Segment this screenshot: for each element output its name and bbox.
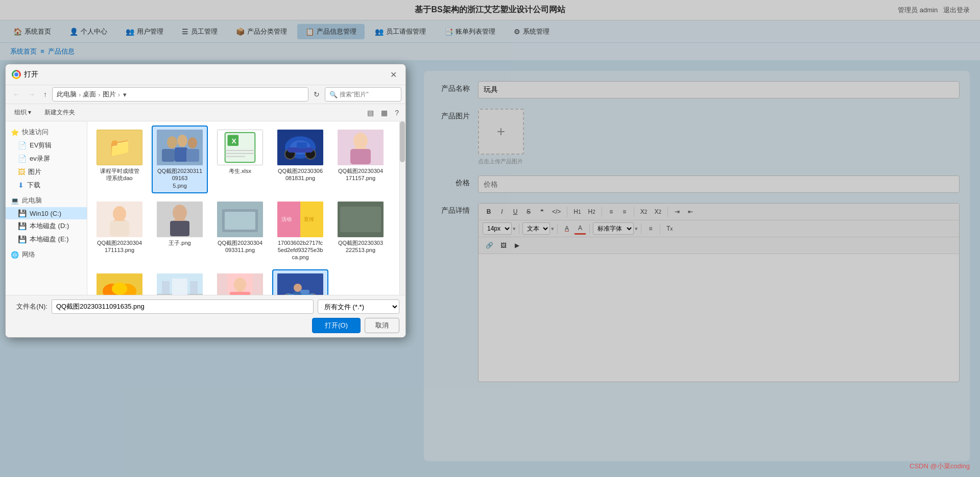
dialog-file-area: 📁 课程平时成绩管理系统dao	[87, 121, 405, 295]
file-item-qq9[interactable]: QQ截图20230318024 8.png	[152, 269, 208, 295]
sidebar-network: 🌐 网络	[6, 248, 87, 261]
address-dropdown-button[interactable]: ▾	[121, 90, 129, 99]
sidebar-item-ev-screen[interactable]: 📄 ev录屏	[6, 152, 87, 165]
svg-rect-39	[340, 207, 381, 232]
new-folder-button[interactable]: 新建文件夹	[40, 106, 80, 119]
svg-point-2	[177, 135, 187, 147]
dialog-titlebar: 打开 ✕	[6, 64, 405, 85]
filename-row: 文件名(N): 所有文件 (*.*) PNG文件 (*.png) JPG文件 (…	[12, 299, 399, 314]
file-thumb-svg-qq4	[97, 202, 142, 237]
filename-label: 文件名(N):	[12, 302, 47, 311]
file-item-qq2[interactable]: QQ截图20230306081831.png	[272, 125, 328, 193]
view-details-button[interactable]: ▦	[378, 107, 390, 118]
file-item-qq5[interactable]: QQ截图20230304093311.png	[212, 197, 268, 265]
dialog-sidebar: ⭐ 快速访问 📄 EV剪辑 📄 ev录屏 🖼 图片	[6, 121, 87, 295]
file-thumb-svg-rider	[277, 273, 323, 295]
network-label: 网络	[22, 250, 35, 259]
file-thumb-svg-nurse	[217, 273, 263, 295]
svg-rect-46	[172, 279, 187, 295]
dialog-toolbar: ← → ↑ 此电脑 › 桌面 › 图片 › ▾ ↻ 🔍	[6, 85, 405, 104]
svg-rect-52	[230, 292, 250, 295]
file-thumb-svg-qq2	[277, 130, 323, 165]
sidebar-item-downloads[interactable]: ⬇ 下载	[6, 179, 87, 192]
file-thumb-svg-qq7	[338, 202, 384, 237]
search-box[interactable]: 🔍	[325, 87, 401, 102]
svg-point-51	[234, 278, 246, 292]
file-item-prince[interactable]: 王子.png	[152, 197, 208, 265]
address-part-pc: 此电脑	[57, 90, 77, 99]
file-grid: 📁 课程平时成绩管理系统dao	[91, 125, 401, 295]
file-item-qq7[interactable]: QQ截图20230303222513.png	[332, 197, 389, 265]
address-part-desktop: 桌面	[83, 90, 96, 99]
address-parts: 此电脑 › 桌面 › 图片 ›	[57, 90, 121, 99]
svg-rect-32	[225, 212, 255, 230]
file-item-xlsx[interactable]: X 考生.xlsx	[212, 125, 268, 193]
this-pc-icon: 💻	[11, 197, 19, 205]
ev-snippets-icon: 📄	[18, 141, 27, 149]
svg-rect-4	[162, 149, 175, 162]
scrollbar[interactable]	[399, 121, 405, 295]
local-d-label: 本地磁盘 (D:)	[30, 221, 69, 231]
this-pc-label: 此电脑	[22, 196, 42, 205]
dialog-body: ⭐ 快速访问 📄 EV剪辑 📄 ev录屏 🖼 图片	[6, 121, 405, 295]
svg-rect-23	[350, 149, 371, 164]
file-item-qq3[interactable]: QQ截图20230304171157.png	[332, 125, 389, 193]
file-item-nurse[interactable]: 护工.png	[212, 269, 268, 295]
file-thumb-svg-prince	[157, 202, 203, 237]
win10c-label: Win10 (C:)	[30, 210, 61, 217]
svg-rect-5	[175, 147, 187, 162]
dialog-buttons: 打开(O) 取消	[12, 318, 399, 333]
svg-rect-11	[225, 150, 255, 151]
view-grid-button[interactable]: ▤	[365, 107, 376, 118]
file-thumb-svg-qq1	[157, 130, 203, 165]
ev-screen-label: ev录屏	[30, 154, 50, 163]
search-input[interactable]	[340, 91, 386, 98]
sidebar-item-local-e[interactable]: 💾 本地磁盘 (E:)	[6, 233, 87, 246]
dialog-refresh-button[interactable]: ↻	[310, 88, 323, 101]
filetype-select[interactable]: 所有文件 (*.*) PNG文件 (*.png) JPG文件 (*.jpg)	[318, 299, 399, 314]
sidebar-item-local-d[interactable]: 💾 本地磁盘 (D:)	[6, 219, 87, 233]
sidebar-network-header[interactable]: 🌐 网络	[6, 248, 87, 261]
dialog-title: 打开	[24, 70, 38, 79]
dialog-close-button[interactable]: ✕	[387, 68, 399, 81]
address-bar: 此电脑 › 桌面 › 图片 › ▾	[52, 87, 308, 102]
svg-rect-48	[190, 281, 198, 294]
svg-point-1	[167, 136, 177, 148]
sidebar-this-pc-header[interactable]: 💻 此电脑	[6, 194, 87, 207]
network-icon: 🌐	[11, 251, 19, 259]
svg-rect-6	[186, 149, 199, 162]
scrollbar-thumb[interactable]	[400, 121, 405, 162]
dialog-back-button[interactable]: ←	[10, 88, 23, 101]
images-label: 图片	[28, 167, 41, 177]
chrome-icon	[12, 70, 21, 79]
dialog-bottom: 文件名(N): 所有文件 (*.*) PNG文件 (*.png) JPG文件 (…	[6, 295, 405, 337]
file-name-qq7: QQ截图20230303222513.png	[337, 239, 385, 254]
svg-rect-29	[170, 221, 189, 236]
organize-button[interactable]: 组织 ▾	[10, 106, 36, 119]
sidebar-quick-access-header[interactable]: ⭐ 快速访问	[6, 125, 87, 139]
file-item-qq4[interactable]: QQ截图20230304171113.png	[91, 197, 148, 265]
dialog-subbar-left: 组织 ▾ 新建文件夹	[10, 106, 80, 119]
file-item-rider[interactable]: 骑手.png	[272, 269, 328, 295]
dialog-forward-button[interactable]: →	[25, 88, 38, 101]
cancel-button[interactable]: 取消	[365, 318, 399, 333]
downloads-icon: ⬇	[18, 181, 24, 189]
file-thumb-svg-qq3	[338, 130, 384, 165]
file-item-qq6[interactable]: 活动 宣传 17003602b2717fc5ed2efd93275e3bca.p…	[272, 197, 328, 265]
file-name-qq3: QQ截图20230304171157.png	[337, 167, 385, 182]
dialog-titlebar-left: 打开	[12, 70, 38, 79]
file-item-folder[interactable]: 📁 课程平时成绩管理系统dao	[91, 125, 148, 193]
local-e-label: 本地磁盘 (E:)	[30, 235, 69, 244]
open-button[interactable]: 打开(O)	[312, 318, 361, 333]
file-item-qq8[interactable]: QQ截图20230320110 1.png	[91, 269, 148, 295]
file-item-qq1[interactable]: QQ截图20230311091635.png	[152, 125, 208, 193]
filename-input[interactable]	[52, 299, 314, 314]
sidebar-item-ev-snippets[interactable]: 📄 EV剪辑	[6, 139, 87, 152]
sidebar-item-win10c[interactable]: 💾 Win10 (C:)	[6, 207, 87, 219]
sidebar-item-images[interactable]: 🖼 图片	[6, 165, 87, 179]
file-thumb-svg-qq8	[97, 273, 142, 295]
view-help-button[interactable]: ?	[392, 107, 401, 118]
images-folder-icon: 🖼	[18, 168, 25, 176]
dialog-up-button[interactable]: ↑	[40, 88, 50, 101]
dialog-subbar-right: ▤ ▦ ?	[365, 107, 401, 118]
